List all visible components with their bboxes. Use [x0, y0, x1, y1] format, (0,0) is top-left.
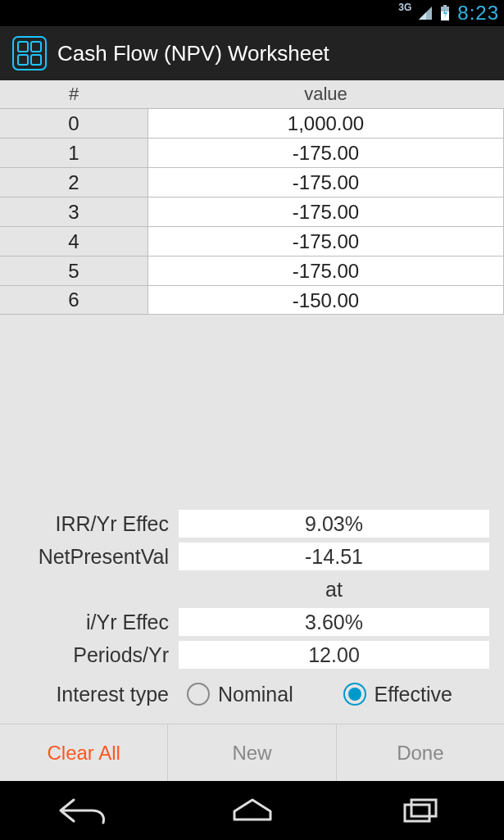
- row-value[interactable]: -175.00: [148, 198, 504, 226]
- table-row[interactable]: 6-150.00: [0, 285, 504, 315]
- done-button[interactable]: Done: [337, 724, 504, 781]
- table-row[interactable]: 4-175.00: [0, 226, 504, 256]
- status-bar: 3G 8:23: [0, 0, 504, 26]
- row-value[interactable]: -175.00: [148, 138, 504, 167]
- irr-label: IRR/Yr Effec: [15, 512, 179, 536]
- row-index: 4: [0, 230, 148, 253]
- periods-value[interactable]: 12.00: [179, 641, 489, 669]
- header-value: value: [148, 84, 504, 105]
- svg-rect-9: [411, 800, 436, 816]
- new-button[interactable]: New: [168, 724, 335, 781]
- row-value[interactable]: -175.00: [148, 257, 504, 285]
- recent-apps-button[interactable]: [379, 791, 461, 830]
- row-value[interactable]: -175.00: [148, 227, 504, 256]
- radio-icon: [187, 683, 210, 706]
- table-row[interactable]: 3-175.00: [0, 197, 504, 226]
- radio-effective[interactable]: Effective: [343, 683, 490, 706]
- svg-rect-8: [405, 805, 429, 821]
- app-icon: [11, 35, 48, 71]
- row-index: 3: [0, 201, 148, 224]
- header-index: #: [0, 84, 148, 105]
- radio-effective-label: Effective: [375, 683, 452, 706]
- network-3g-label: 3G: [398, 2, 411, 13]
- page-title: Cash Flow (NPV) Worksheet: [57, 41, 329, 66]
- row-index: 6: [0, 288, 148, 311]
- nav-bar: [0, 781, 504, 840]
- row-index: 2: [0, 171, 148, 194]
- row-index: 5: [0, 260, 148, 283]
- row-value[interactable]: 1,000.00: [148, 109, 504, 138]
- table-row[interactable]: 5-175.00: [0, 256, 504, 285]
- table-header: # value: [0, 80, 504, 108]
- radio-icon: [343, 683, 366, 706]
- signal-icon: [418, 6, 433, 20]
- table-row[interactable]: 2-175.00: [0, 167, 504, 197]
- action-bar: Clear All New Done: [0, 724, 504, 781]
- irr-value[interactable]: 9.03%: [179, 510, 489, 538]
- app-bar: Cash Flow (NPV) Worksheet: [0, 26, 504, 80]
- clear-all-button[interactable]: Clear All: [0, 724, 167, 781]
- radio-nominal[interactable]: Nominal: [187, 683, 334, 706]
- home-button[interactable]: [211, 791, 293, 830]
- row-value[interactable]: -150.00: [148, 286, 504, 314]
- cashflow-table: # value 01,000.001-175.002-175.003-175.0…: [0, 80, 504, 315]
- at-label: at: [179, 575, 489, 603]
- results-panel: IRR/Yr Effec 9.03% NetPresentVal -14.51 …: [0, 501, 504, 724]
- npv-value[interactable]: -14.51: [179, 543, 489, 570]
- svg-rect-1: [443, 5, 447, 7]
- back-button[interactable]: [43, 791, 125, 830]
- periods-label: Periods/Yr: [15, 643, 179, 667]
- rate-label: i/Yr Effec: [15, 611, 179, 634]
- radio-nominal-label: Nominal: [218, 683, 293, 706]
- row-index: 1: [0, 142, 148, 165]
- rate-value[interactable]: 3.60%: [179, 608, 489, 636]
- npv-label: NetPresentVal: [15, 545, 179, 569]
- row-index: 0: [0, 112, 148, 135]
- table-row[interactable]: 01,000.00: [0, 108, 504, 138]
- interest-type-label: Interest type: [15, 683, 179, 706]
- battery-icon: [439, 5, 451, 21]
- row-value[interactable]: -175.00: [148, 168, 504, 197]
- status-time: 8:23: [457, 2, 499, 25]
- table-row[interactable]: 1-175.00: [0, 138, 504, 167]
